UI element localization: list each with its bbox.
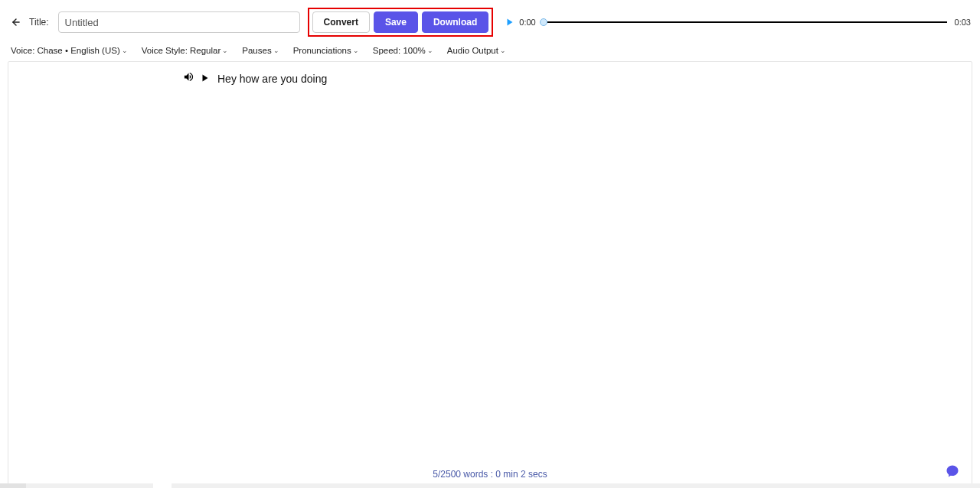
pronunciations-label: Pronunciations	[293, 46, 351, 55]
title-label: Title:	[29, 17, 49, 28]
audio-output-dropdown[interactable]: Audio Output ⌄	[447, 46, 506, 55]
voice-style-dropdown[interactable]: Voice Style: Regular ⌄	[142, 46, 229, 55]
editor-area[interactable]: Hey how are you doing 5/2500 words : 0 m…	[8, 61, 972, 486]
save-button[interactable]: Save	[374, 11, 418, 33]
word-count-status: 5/2500 words : 0 min 2 secs	[8, 469, 972, 480]
chevron-down-icon: ⌄	[222, 47, 228, 54]
progress-thumb[interactable]	[540, 18, 547, 26]
svg-marker-1	[508, 19, 513, 26]
chevron-down-icon: ⌄	[500, 47, 506, 54]
chevron-down-icon: ⌄	[122, 47, 128, 54]
play-icon[interactable]	[505, 18, 514, 27]
help-icon[interactable]	[946, 464, 959, 478]
volume-icon[interactable]	[183, 71, 194, 86]
download-button[interactable]: Download	[422, 11, 488, 33]
voice-dropdown[interactable]: Voice: Chase • English (US) ⌄	[11, 46, 128, 55]
chevron-down-icon: ⌄	[427, 47, 433, 54]
pauses-dropdown[interactable]: Pauses ⌄	[242, 46, 279, 55]
pauses-label: Pauses	[242, 46, 271, 55]
play-line-icon[interactable]	[201, 72, 210, 86]
action-buttons-group: Convert Save Download	[308, 8, 494, 37]
audio-output-label: Audio Output	[447, 46, 498, 55]
back-arrow-icon[interactable]	[9, 15, 23, 29]
chevron-down-icon: ⌄	[353, 47, 359, 54]
svg-marker-2	[203, 74, 208, 81]
speed-dropdown[interactable]: Speed: 100% ⌄	[373, 46, 433, 55]
current-time: 0:00	[519, 18, 535, 27]
voice-label: Voice: Chase • English (US)	[11, 46, 120, 55]
bottom-bar	[0, 483, 980, 488]
pronunciations-dropdown[interactable]: Pronunciations ⌄	[293, 46, 359, 55]
convert-button[interactable]: Convert	[312, 11, 370, 33]
line-text[interactable]: Hey how are you doing	[217, 73, 327, 85]
chevron-down-icon: ⌄	[273, 47, 279, 54]
audio-player: 0:00 0:03	[505, 18, 971, 27]
total-time: 0:03	[955, 18, 971, 27]
editor-line: Hey how are you doing	[8, 62, 972, 86]
speed-label: Speed: 100%	[373, 46, 426, 55]
title-input[interactable]	[58, 11, 300, 33]
progress-slider[interactable]	[544, 21, 947, 23]
voice-style-label: Voice Style: Regular	[142, 46, 221, 55]
